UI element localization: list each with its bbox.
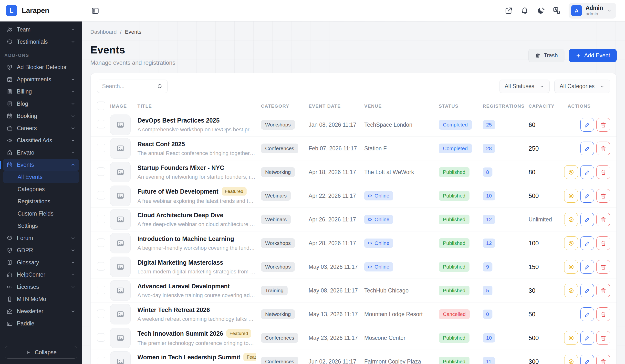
sidebar-item-paddle[interactable]: Paddle <box>3 317 79 330</box>
registrations-count[interactable]: 12 <box>483 239 495 248</box>
sidebar-item-glossary[interactable]: Glossary <box>3 256 79 269</box>
user-menu[interactable]: A Admin admin <box>569 3 616 19</box>
edit-event-button[interactable] <box>580 355 594 364</box>
cancel-event-button[interactable] <box>564 213 578 226</box>
edit-event-button[interactable] <box>580 260 594 274</box>
edit-event-button[interactable] <box>580 165 594 179</box>
delete-event-button[interactable] <box>596 213 610 226</box>
sidebar-item-booking[interactable]: Booking <box>3 110 79 122</box>
registrations-count[interactable]: 25 <box>483 120 495 129</box>
search-input[interactable] <box>97 80 152 93</box>
edit-event-button[interactable] <box>580 236 594 250</box>
delete-event-button[interactable] <box>596 284 610 297</box>
add-event-button[interactable]: Add Event <box>569 49 617 62</box>
row-checkbox[interactable] <box>97 286 105 294</box>
sidebar-subitem-custom-fields[interactable]: Custom Fields <box>3 208 79 220</box>
search-button[interactable] <box>152 80 167 93</box>
cancel-event-button[interactable] <box>564 189 578 203</box>
sidebar-item-testimonials[interactable]: Testimonials <box>3 36 79 48</box>
sidebar-item-classified-ads[interactable]: Classified Ads <box>3 134 79 147</box>
row-checkbox[interactable] <box>97 357 105 364</box>
sidebar-item-team[interactable]: Team <box>3 24 79 36</box>
delete-event-button[interactable] <box>596 307 610 321</box>
status-filter-select[interactable]: All Statuses <box>500 80 550 93</box>
event-title[interactable]: DevOps Best Practices 2025 <box>137 117 219 124</box>
row-checkbox[interactable] <box>97 191 105 199</box>
sidebar-item-billing[interactable]: Billing <box>3 86 79 98</box>
registrations-count[interactable]: 5 <box>483 286 492 295</box>
delete-event-button[interactable] <box>596 165 610 179</box>
edit-event-button[interactable] <box>580 284 594 297</box>
edit-event-button[interactable] <box>580 118 594 132</box>
event-title[interactable]: Cloud Architecture Deep Dive <box>137 212 223 219</box>
event-title[interactable]: Women in Tech Leadership Summit <box>137 354 240 361</box>
brand-logo[interactable]: L <box>6 5 17 16</box>
sidebar-item-licenses[interactable]: Licenses <box>3 281 79 293</box>
registrations-count[interactable]: 0 <box>483 309 492 319</box>
event-title[interactable]: Winter Tech Retreat 2026 <box>137 306 210 313</box>
select-all-checkbox[interactable] <box>97 102 105 110</box>
cancel-event-button[interactable] <box>564 165 578 179</box>
sidebar-item-gdpr[interactable]: GDPR <box>3 244 79 256</box>
sidebar-subitem-all-events[interactable]: All Events <box>3 171 79 183</box>
sidebar-item-forum[interactable]: Forum <box>3 232 79 244</box>
sidebar-item-mtn-momo[interactable]: MTN MoMo <box>3 293 79 305</box>
registrations-count[interactable]: 9 <box>483 262 492 272</box>
sidebar-subitem-categories[interactable]: Categories <box>3 183 79 195</box>
edit-event-button[interactable] <box>580 307 594 321</box>
registrations-count[interactable]: 8 <box>483 167 492 177</box>
event-title[interactable]: Introduction to Machine Learning <box>137 235 234 243</box>
edit-event-button[interactable] <box>580 331 594 345</box>
cancel-event-button[interactable] <box>564 284 578 297</box>
registrations-count[interactable]: 11 <box>483 357 495 364</box>
language-translate-icon[interactable] <box>553 6 561 15</box>
event-title[interactable]: Tech Innovation Summit 2026 <box>137 330 223 337</box>
event-title[interactable]: Future of Web Development <box>137 188 219 195</box>
sidebar-item-helpcenter[interactable]: HelpCenter <box>3 269 79 281</box>
cancel-event-button[interactable] <box>564 236 578 250</box>
delete-event-button[interactable] <box>596 236 610 250</box>
registrations-count[interactable]: 10 <box>483 333 495 342</box>
registrations-count[interactable]: 10 <box>483 191 495 200</box>
registrations-count[interactable]: 12 <box>483 215 495 224</box>
sidebar-item-blog[interactable]: Blog <box>3 98 79 110</box>
event-title[interactable]: Advanced Laravel Development <box>137 283 230 290</box>
delete-event-button[interactable] <box>596 142 610 155</box>
sidebar-item-ad-blocker-detector[interactable]: Ad Blocker Detector <box>3 61 79 73</box>
row-checkbox[interactable] <box>97 309 105 318</box>
edit-event-button[interactable] <box>580 142 594 155</box>
row-checkbox[interactable] <box>97 239 105 247</box>
cancel-event-button[interactable] <box>564 355 578 364</box>
sidebar-subitem-settings[interactable]: Settings <box>3 220 79 232</box>
sidebar-subitem-registrations[interactable]: Registrations <box>3 195 79 208</box>
row-checkbox[interactable] <box>97 262 105 271</box>
event-title[interactable]: Startup Founders Mixer - NYC <box>137 164 224 171</box>
collapse-sidebar-button[interactable]: Collapse <box>5 346 77 359</box>
sidebar-toggle-icon[interactable] <box>91 6 100 15</box>
event-title[interactable]: Digital Marketing Masterclass <box>137 259 223 266</box>
registrations-count[interactable]: 28 <box>483 144 495 153</box>
row-checkbox[interactable] <box>97 333 105 341</box>
delete-event-button[interactable] <box>596 355 610 364</box>
category-filter-select[interactable]: All Categories <box>555 80 610 93</box>
row-checkbox[interactable] <box>97 215 105 223</box>
notifications-bell-icon[interactable] <box>520 6 529 15</box>
row-checkbox[interactable] <box>97 120 105 128</box>
sidebar-item-envato[interactable]: Envato <box>3 147 79 159</box>
row-checkbox[interactable] <box>97 144 105 152</box>
cancel-event-button[interactable] <box>564 331 578 345</box>
dark-mode-moon-icon[interactable] <box>536 6 545 15</box>
sidebar-item-careers[interactable]: Careers <box>3 122 79 134</box>
row-checkbox[interactable] <box>97 167 105 176</box>
sidebar-item-appointments[interactable]: Appointments <box>3 73 79 86</box>
breadcrumb-dashboard[interactable]: Dashboard <box>90 29 117 35</box>
sidebar-item-events[interactable]: Events <box>3 159 79 171</box>
event-title[interactable]: React Conf 2025 <box>137 141 185 148</box>
sidebar-item-newsletter[interactable]: Newsletter <box>3 305 79 317</box>
delete-event-button[interactable] <box>596 118 610 132</box>
delete-event-button[interactable] <box>596 189 610 203</box>
cancel-event-button[interactable] <box>564 260 578 274</box>
trash-button[interactable]: Trash <box>528 49 564 62</box>
delete-event-button[interactable] <box>596 331 610 345</box>
external-link-icon[interactable] <box>504 6 513 15</box>
